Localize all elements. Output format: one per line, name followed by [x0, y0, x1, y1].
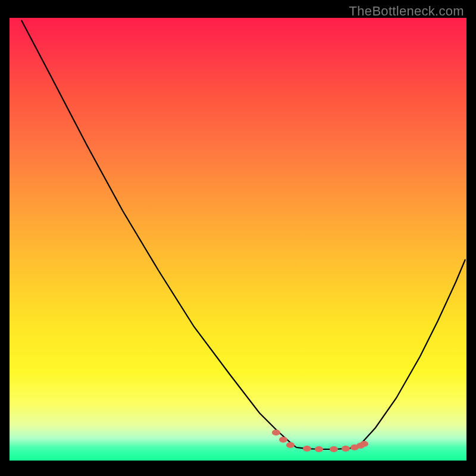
marker-dot — [303, 446, 311, 452]
chart-svg — [10, 18, 466, 461]
chart-area — [10, 18, 466, 461]
marker-dot — [279, 437, 287, 443]
marker-dot — [342, 446, 350, 452]
right-curve — [358, 259, 465, 447]
marker-dot — [330, 446, 338, 452]
marker-dot — [272, 430, 280, 436]
marker-dot — [286, 442, 295, 448]
dotted-markers — [272, 430, 368, 452]
marker-dot — [360, 441, 368, 447]
left-curve — [21, 20, 296, 447]
watermark-label: TheBottleneck.com — [349, 4, 464, 19]
marker-dot — [315, 446, 323, 452]
